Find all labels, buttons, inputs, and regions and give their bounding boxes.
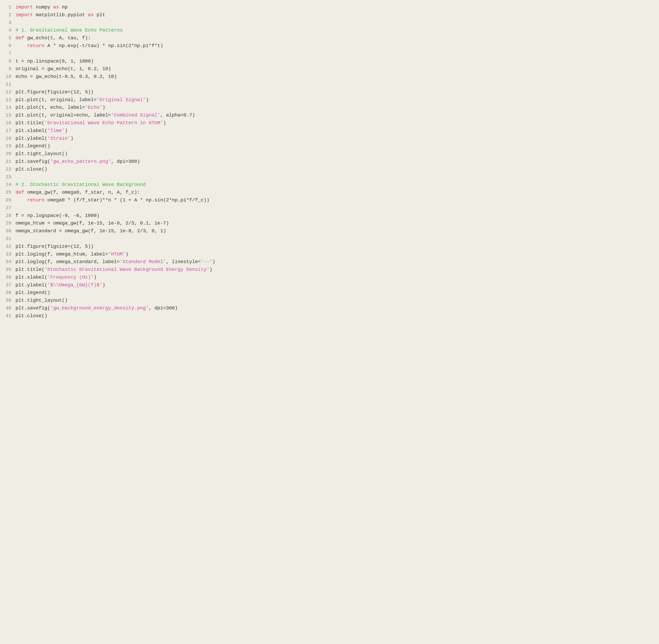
line-number: 38 xyxy=(5,289,16,297)
token-plain: ) xyxy=(103,282,105,288)
line-content: plt.title('Stochastic Gravitational Wave… xyxy=(16,266,654,274)
token-plain: plt.loglog(f, omega_standard, label= xyxy=(16,259,120,264)
line-content xyxy=(16,204,654,212)
token-plain: plt.plot(t, original, label= xyxy=(16,97,96,102)
line-number: 35 xyxy=(5,266,16,274)
token-plain: plt.title( xyxy=(16,120,44,125)
token-plain: f = np.logspace(-9, -6, 1000) xyxy=(16,213,99,218)
line-number: 26 xyxy=(5,197,16,204)
code-line: 7 xyxy=(5,50,654,58)
line-content: plt.plot(t, original, label='Original Si… xyxy=(16,96,654,104)
token-plain: gw_echo(t, A, tau, f): xyxy=(24,35,91,41)
code-line: 37plt.ylabel('$\\Omega_{GW}(f)$') xyxy=(5,281,654,289)
token-plain: plt.title( xyxy=(16,267,44,272)
code-editor: 1import numpy as np2import matplotlib.py… xyxy=(5,3,654,320)
token-plain: plt.legend() xyxy=(16,143,50,149)
token-plain: , linestyle= xyxy=(166,259,201,264)
code-line: 30omega_standard = omega_gw(f, 1e-15, 1e… xyxy=(5,227,654,235)
token-plain: numpy xyxy=(33,4,53,10)
token-plain: A * np.exp(-t/tau) * np.sin(2*np.pi*f*t) xyxy=(44,43,163,48)
token-plain: plt.savefig( xyxy=(16,159,50,164)
line-number: 2 xyxy=(5,11,16,19)
token-comment: # 1. Gravitational Wave Echo Patterns xyxy=(16,27,123,33)
token-plain: ) xyxy=(126,252,129,257)
code-line: 40plt.savefig('gw_background_energy_dens… xyxy=(5,304,654,312)
token-plain: plt.loglog(f, omega_htum, label= xyxy=(16,252,108,257)
code-line: 5def gw_echo(t, A, tau, f): xyxy=(5,34,654,42)
token-plain: echo = gw_echo(t-0.5, 0.3, 0.2, 10) xyxy=(16,74,117,79)
line-number: 1 xyxy=(5,3,16,11)
token-plain: omega_htum = omega_gw(f, 1e-15, 1e-8, 2/… xyxy=(16,221,169,226)
line-content: plt.loglog(f, omega_htum, label='HTUM') xyxy=(16,251,654,258)
token-plain: plt.plot(t, original+echo, label= xyxy=(16,113,111,118)
line-number: 40 xyxy=(5,304,16,312)
line-number: 36 xyxy=(5,274,16,281)
line-content: plt.ylabel('$\\Omega_{GW}(f)$') xyxy=(16,281,654,289)
token-kw-import: as xyxy=(53,4,59,10)
code-line: 35plt.title('Stochastic Gravitational Wa… xyxy=(5,266,654,274)
code-line: 38plt.legend() xyxy=(5,289,654,297)
line-number: 7 xyxy=(5,50,16,58)
line-number: 15 xyxy=(5,112,16,119)
line-content: plt.xlabel('Time') xyxy=(16,127,654,135)
token-kw-import: import xyxy=(16,12,33,18)
line-content xyxy=(16,19,654,27)
line-content xyxy=(16,173,654,181)
line-number: 20 xyxy=(5,150,16,158)
line-content: plt.ylabel('Strain') xyxy=(16,135,654,142)
line-number: 30 xyxy=(5,227,16,235)
token-plain: plt.legend() xyxy=(16,290,50,295)
code-line: 36plt.xlabel('Frequency (Hz)') xyxy=(5,274,654,281)
line-number: 27 xyxy=(5,204,16,212)
line-content: f = np.logspace(-9, -6, 1000) xyxy=(16,212,654,220)
line-content: plt.loglog(f, omega_standard, label='Sta… xyxy=(16,258,654,266)
line-number: 3 xyxy=(5,19,16,27)
token-plain xyxy=(16,43,27,48)
token-plain: , dpi=300) xyxy=(111,159,140,164)
line-number: 14 xyxy=(5,104,16,112)
token-plain: plt.tight_layout() xyxy=(16,298,68,303)
token-kw-return: return xyxy=(27,43,44,48)
token-plain: plt.xlabel( xyxy=(16,128,47,133)
code-line: 6 return A * np.exp(-t/tau) * np.sin(2*n… xyxy=(5,42,654,50)
code-line: 15plt.plot(t, original+echo, label='Comb… xyxy=(5,112,654,119)
line-content: return A * np.exp(-t/tau) * np.sin(2*np.… xyxy=(16,42,654,50)
code-line: 32plt.figure(figsize=(12, 5)) xyxy=(5,243,654,251)
code-line: 26 return omega0 * (f/f_star)**n * (1 + … xyxy=(5,197,654,204)
token-string: 'Time' xyxy=(47,128,65,133)
token-kw-def: def xyxy=(16,190,24,195)
code-line: 34plt.loglog(f, omega_standard, label='S… xyxy=(5,258,654,266)
token-string: '--' xyxy=(201,259,212,264)
line-content: # 1. Gravitational Wave Echo Patterns xyxy=(16,26,654,34)
line-content: plt.legend() xyxy=(16,142,654,150)
token-kw-import: as xyxy=(88,12,94,18)
token-plain: ) xyxy=(65,128,68,133)
code-line: 21plt.savefig('gw_echo_pattern.png', dpi… xyxy=(5,158,654,165)
line-number: 18 xyxy=(5,135,16,142)
token-string: '$\\Omega_{GW}(f)$' xyxy=(47,282,103,288)
line-number: 32 xyxy=(5,243,16,251)
line-number: 37 xyxy=(5,281,16,289)
token-string: 'Frequency (Hz)' xyxy=(47,275,94,280)
code-line: 25def omega_gw(f, omega0, f_star, n, A, … xyxy=(5,189,654,197)
code-line: 28f = np.logspace(-9, -6, 1000) xyxy=(5,212,654,220)
line-number: 19 xyxy=(5,142,16,150)
line-content xyxy=(16,80,654,88)
line-number: 22 xyxy=(5,165,16,173)
line-number: 17 xyxy=(5,127,16,135)
line-content: def gw_echo(t, A, tau, f): xyxy=(16,34,654,42)
line-content: import matplotlib.pyplot as plt xyxy=(16,11,654,19)
code-line: 17plt.xlabel('Time') xyxy=(5,127,654,135)
code-line: 27 xyxy=(5,204,654,212)
token-plain: plt.figure(figsize=(12, 5)) xyxy=(16,244,94,249)
code-line: 31 xyxy=(5,235,654,243)
line-content: plt.savefig('gw_background_energy_densit… xyxy=(16,304,654,312)
line-content: original = gw_echo(t, 1, 0.2, 10) xyxy=(16,65,654,73)
token-plain: plt.savefig( xyxy=(16,305,50,311)
token-plain: ) xyxy=(103,105,105,110)
line-content: omega_standard = omega_gw(f, 1e-15, 1e-8… xyxy=(16,227,654,235)
line-content xyxy=(16,50,654,58)
line-number: 28 xyxy=(5,212,16,220)
line-content: plt.figure(figsize=(12, 5)) xyxy=(16,243,654,251)
token-plain xyxy=(16,198,27,203)
